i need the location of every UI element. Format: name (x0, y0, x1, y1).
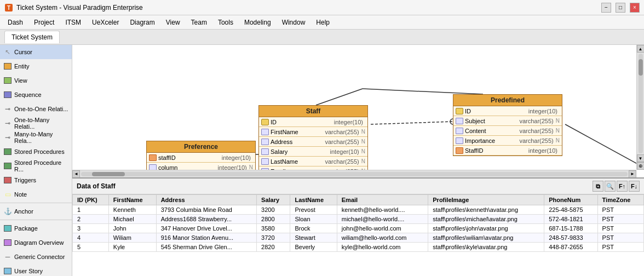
sidebar-item-sequence[interactable]: Sequence (0, 88, 72, 102)
app-title: Ticket System - Visual Paradigm Enterpri… (16, 4, 597, 12)
erd-table-predefined[interactable]: Predefined IDinteger(10)Subjectvarchar(2… (453, 94, 562, 156)
vscroll-thumb[interactable] (639, 59, 643, 76)
field-icon (261, 148, 269, 155)
menu-item-uexceler[interactable]: UeXceler (87, 17, 124, 28)
vscroll-down-btn[interactable]: ▼ (637, 154, 645, 162)
sidebar-item-triggers[interactable]: Triggers (0, 173, 72, 187)
field-icon (456, 128, 463, 134)
sidebar-item-many-to-many[interactable]: ⊸Many-to-Many Rela... (0, 130, 72, 145)
sequence-icon (3, 90, 12, 99)
table-cell: wiliam@hello-world.com (337, 233, 428, 243)
maximize-button[interactable]: □ (616, 3, 625, 13)
field-type: varchar(255) (325, 158, 359, 165)
sidebar-item-one-to-one[interactable]: ⊸One-to-One Relati... (0, 102, 72, 116)
package-icon (3, 224, 12, 233)
table-row: Contentvarchar(255)N (453, 126, 562, 136)
table-cell: Kyle (108, 243, 156, 252)
sidebar-item-note[interactable]: ▭Note (0, 187, 72, 202)
tabbar: Ticket System (0, 30, 644, 45)
hscroll-thumb[interactable] (92, 172, 125, 176)
table-row: Salaryinteger(10)N (259, 147, 367, 157)
menu-item-modeling[interactable]: Modeling (239, 17, 277, 28)
hscroll-left-btn[interactable]: ◄ (72, 170, 80, 178)
menu-item-project[interactable]: Project (28, 17, 60, 28)
table-cell: 2820 (257, 243, 290, 252)
table-cell: PST (597, 224, 643, 233)
entity-icon (3, 62, 12, 71)
table-cell: Prevost (290, 205, 337, 215)
hscroll-right-btn[interactable]: ► (629, 170, 636, 178)
key-icon (261, 119, 269, 125)
menu-item-tools[interactable]: Tools (212, 17, 239, 28)
data-panel-header: Data of Staff ⧉ 🔍 F↑ F↓ (72, 179, 644, 194)
table-cell: Stewart (290, 233, 337, 243)
col-header: TimeZone (597, 195, 643, 205)
data-table-wrapper[interactable]: ID (PK)FirstNameAddressSalaryLastNameEma… (72, 194, 644, 276)
search-btn[interactable]: 🔍 (605, 181, 616, 192)
sidebar-item-entity[interactable]: Entity (0, 59, 72, 73)
erd-table-staff[interactable]: Staff IDinteger(10)FirstNamevarchar(255)… (258, 105, 368, 177)
menu-item-team[interactable]: Team (186, 17, 212, 28)
field-name: FirstName (271, 129, 325, 135)
sidebar-label-one-to-one: One-to-One Relati... (14, 106, 68, 112)
svg-text:T: T (7, 5, 10, 11)
hscroll-track[interactable] (81, 172, 628, 176)
table-cell: staff\profiles\john\avatar.png (428, 224, 544, 233)
diagram-hscrollbar[interactable]: ◄ ► (72, 170, 636, 177)
table-row: LastNamevarchar(255)N (259, 157, 367, 166)
sidebar-item-stored-procedures[interactable]: Stored Procedures (0, 145, 72, 159)
relation-icon: ⊸ (3, 133, 12, 142)
sidebar-item-user-story[interactable]: User Story (0, 264, 72, 276)
table-cell: Beverly (290, 243, 337, 252)
sidebar-item-stored-procedure-r[interactable]: Stored Procedure R... (0, 159, 72, 173)
table-cell: staff\profiles\kyle\avatar.png (428, 243, 544, 252)
anchor-icon: ⚓ (3, 207, 12, 216)
field-nullable: N (556, 128, 560, 134)
menu-item-dash[interactable]: Dash (2, 17, 28, 28)
diagram-canvas[interactable]: Staff IDinteger(10)FirstNamevarchar(255)… (72, 45, 644, 177)
tab-ticket-system[interactable]: Ticket System (4, 31, 60, 43)
col-header: Address (156, 195, 256, 205)
field-name: Content (465, 128, 519, 134)
sidebar-item-cursor[interactable]: ↖Cursor (0, 45, 72, 59)
filter-desc-btn[interactable]: F↓ (629, 181, 640, 192)
extra-btn[interactable]: ⊕ (637, 162, 645, 170)
field-nullable: N (361, 129, 365, 135)
field-name: ID (465, 108, 528, 114)
table-header-preference: Preference (147, 141, 255, 153)
app-icon: T (4, 3, 13, 12)
table-cell: Address1688 Strawberry... (156, 215, 256, 224)
filter-asc-btn[interactable]: F↑ (617, 181, 628, 192)
note-icon: ▭ (3, 190, 12, 199)
sidebar-item-package[interactable]: Package (0, 221, 72, 235)
table-cell: Wiliam (108, 233, 156, 243)
table-cell: Kenneth (108, 205, 156, 215)
menu-item-help[interactable]: Help (311, 17, 335, 28)
sidebar-item-anchor[interactable]: ⚓Anchor (0, 204, 72, 219)
table-cell: 3793 Columbia Mine Road (156, 205, 256, 215)
menu-item-window[interactable]: Window (277, 17, 311, 28)
data-panel-title: Data of Staff (77, 182, 591, 190)
copy-btn[interactable]: ⧉ (593, 181, 603, 192)
vscroll-track[interactable] (639, 54, 643, 153)
sidebar-item-view[interactable]: View (0, 73, 72, 88)
sidebar-item-diagram-overview[interactable]: Diagram Overview (0, 235, 72, 250)
table-row: IDinteger(10) (453, 106, 562, 116)
vscroll-up-btn[interactable]: ▲ (637, 45, 645, 53)
field-icon (456, 118, 463, 124)
menu-item-diagram[interactable]: Diagram (124, 17, 160, 28)
minimize-button[interactable]: − (601, 3, 611, 13)
sidebar-item-one-to-many[interactable]: ⊸One-to-Many Relati... (0, 116, 72, 130)
menu-item-view[interactable]: View (160, 17, 186, 28)
erd-table-preference[interactable]: Preference staffIDinteger(10)columninteg… (146, 141, 256, 173)
table-cell: Brock (290, 224, 337, 233)
close-button[interactable]: × (630, 3, 640, 13)
field-nullable: N (361, 139, 365, 145)
svg-line-8 (363, 89, 483, 94)
sidebar-label-many-to-many: Many-to-Many Rela... (14, 131, 68, 144)
diagram-vscrollbar[interactable]: ▲ ▼ ⊕ (636, 45, 644, 170)
menu-item-itsm[interactable]: ITSM (60, 17, 87, 28)
table-row: StaffIDinteger(10) (453, 146, 562, 156)
sidebar-item-generic-connector[interactable]: ─Generic Connector (0, 250, 72, 264)
table-row: IDinteger(10) (259, 117, 367, 127)
